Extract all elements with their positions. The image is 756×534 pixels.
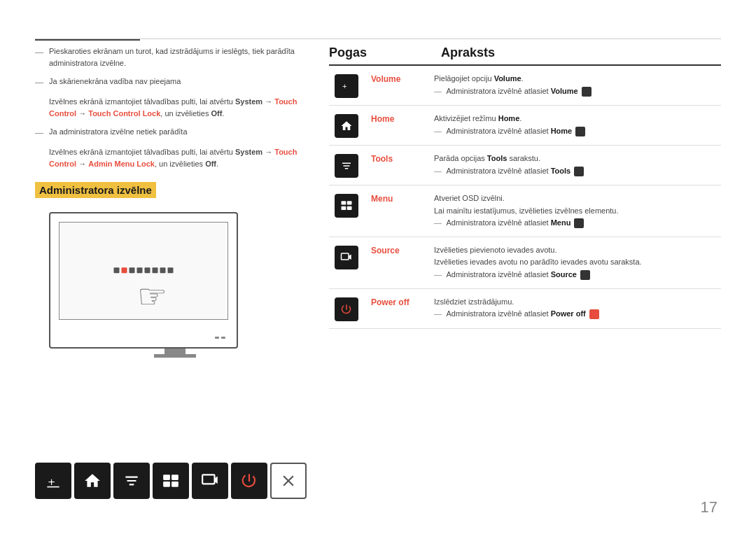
row-home-icon	[340, 120, 353, 132]
row-btn-tools	[335, 154, 358, 178]
dot-5	[145, 267, 150, 273]
monitor-btn-2	[221, 337, 225, 339]
close-icon	[279, 472, 298, 490]
row-btn-source	[335, 246, 358, 269]
monitor-btn-1	[215, 337, 219, 339]
svg-rect-10	[342, 206, 346, 210]
row-source-icon	[340, 251, 353, 264]
table-row-tools: Tools Parāda opcijas Tools sarakstu. — A…	[329, 146, 721, 185]
page-number: 17	[701, 498, 718, 517]
svg-rect-5	[172, 482, 178, 487]
monitor-illustration: ☞	[49, 212, 238, 349]
monitor-screen: ☞	[59, 222, 228, 320]
home-button[interactable]	[74, 463, 111, 499]
row-label-volume: Volume	[371, 73, 434, 84]
button-bar: +	[35, 463, 307, 499]
row-label-tools: Tools	[371, 153, 434, 164]
dot-1	[114, 267, 120, 273]
bullet-item-4: — Ja administratora izvēlne netiek parād…	[35, 126, 308, 139]
row-btn-power	[335, 297, 358, 321]
svg-rect-12	[342, 253, 349, 260]
row-btn-volume: +	[335, 74, 358, 98]
inline-icon-menu	[574, 218, 584, 228]
table-row-volume: + Volume Pielāgojiet opciju Volume. — Ad…	[329, 66, 721, 106]
row-menu-icon	[340, 199, 353, 212]
table-row-menu: Menu Atveriet OSD izvēlni. Lai mainītu i…	[329, 185, 721, 237]
home-icon	[83, 472, 102, 490]
dot-7	[160, 267, 166, 273]
volume-button[interactable]: +	[35, 463, 71, 499]
bullet-text-5: Izvēlnes ekrānā izmantojiet tālvadības p…	[49, 146, 308, 169]
right-column: Pogas Apraksts + Volume Pielāgojiet opci…	[329, 45, 721, 329]
dash-1: —	[35, 46, 46, 59]
power-icon	[240, 472, 258, 490]
menu-icon	[162, 472, 180, 490]
row-desc-source: Izvēlieties pievienoto ievades avotu. Iz…	[434, 244, 721, 281]
row-btn-area-menu	[329, 192, 364, 218]
dot-6	[153, 267, 158, 273]
inline-icon-source	[580, 270, 590, 280]
source-icon	[201, 472, 219, 490]
dash-4: —	[35, 127, 46, 139]
svg-rect-4	[163, 482, 170, 487]
row-label-power: Power off	[371, 296, 434, 307]
row-btn-area-tools	[329, 153, 364, 178]
top-divider	[35, 38, 721, 39]
monitor-base	[154, 354, 196, 358]
svg-rect-3	[172, 475, 178, 480]
row-volume-icon: +	[340, 80, 353, 92]
row-label-home: Home	[371, 113, 434, 124]
row-tools-icon	[340, 160, 353, 172]
row-power-icon	[340, 303, 353, 316]
col-header-apraksts: Apraksts	[441, 45, 721, 60]
inline-icon-power	[589, 309, 599, 319]
left-column: — Pieskaroties ekrānam un turot, kad izs…	[35, 45, 308, 358]
svg-rect-2	[163, 475, 170, 480]
tools-button[interactable]	[113, 463, 150, 499]
row-btn-menu	[335, 194, 358, 218]
svg-rect-6	[202, 475, 214, 484]
menu-button[interactable]	[153, 463, 189, 499]
row-desc-home: Aktivizējiet režīmu Home. — Administrato…	[434, 113, 721, 137]
power-button[interactable]	[231, 463, 267, 499]
bullet-text-4: Ja administratora izvēlne netiek parādīt…	[49, 126, 308, 138]
monitor-dots	[114, 267, 174, 273]
row-desc-tools: Parāda opcijas Tools sarakstu. — Adminis…	[434, 153, 721, 177]
dot-4	[137, 267, 143, 273]
row-desc-menu: Atveriet OSD izvēlni. Lai mainītu iestat…	[434, 192, 721, 230]
dash-2: —	[35, 76, 46, 89]
svg-text:+: +	[48, 475, 55, 489]
table-row-source: Source Izvēlieties pievienoto ievades av…	[329, 237, 721, 289]
bullet-item-1: — Pieskaroties ekrānam un turot, kad izs…	[35, 45, 308, 69]
dot-2	[122, 267, 127, 273]
bullet-text-1: Pieskaroties ekrānam un turot, kad izstr…	[49, 45, 308, 69]
dot-8	[168, 267, 174, 273]
bullet-item-2: — Ja skārienekrāna vadība nav pieejama	[35, 76, 308, 89]
monitor-bottom-buttons	[215, 337, 225, 339]
bullet-item-5: Izvēlnes ekrānā izmantojiet tālvadības p…	[35, 146, 308, 169]
svg-rect-11	[347, 206, 352, 210]
row-desc-volume: Pielāgojiet opciju Volume. — Administrat…	[434, 73, 721, 97]
table-row-power: Power off Izslēdziet izstrādājumu. — Adm…	[329, 289, 721, 329]
row-desc-power: Izslēdziet izstrādājumu. — Administrator…	[434, 296, 721, 321]
row-btn-area-home	[329, 113, 364, 138]
inline-icon-home	[575, 127, 585, 136]
svg-rect-9	[347, 201, 352, 204]
close-button[interactable]	[270, 463, 307, 499]
bullet-text-3: Izvēlnes ekrānā izmantojiet tālvadības p…	[49, 96, 308, 119]
row-btn-area-source	[329, 244, 364, 269]
hand-icon: ☞	[137, 276, 167, 316]
inline-icon-tools	[574, 167, 584, 176]
page: — Pieskaroties ekrānam un turot, kad izs…	[0, 0, 756, 534]
bullet-text-2: Ja skārienekrāna vadība nav pieejama	[49, 76, 308, 87]
row-label-menu: Menu	[371, 192, 434, 204]
monitor-stand	[164, 349, 186, 354]
table-row-home: Home Aktivizējiet režīmu Home. — Adminis…	[329, 106, 721, 146]
row-label-source: Source	[371, 244, 434, 255]
bullet-item-3: Izvēlnes ekrānā izmantojiet tālvadības p…	[35, 96, 308, 119]
source-button[interactable]	[192, 463, 228, 499]
row-btn-area-volume: +	[329, 73, 364, 98]
tools-icon	[122, 472, 141, 490]
svg-rect-8	[342, 201, 346, 204]
svg-text:+: +	[342, 82, 347, 90]
